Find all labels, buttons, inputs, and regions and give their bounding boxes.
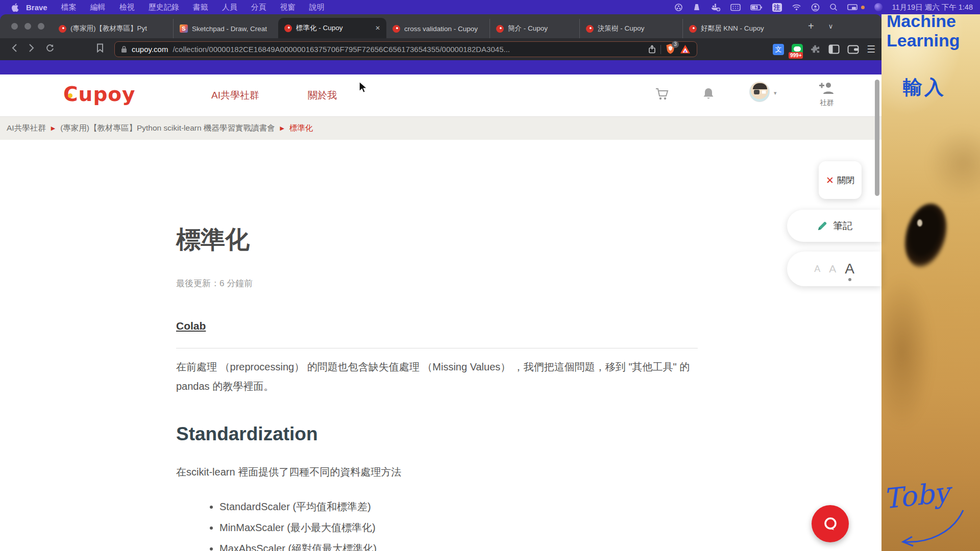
display-mirroring-icon[interactable]	[847, 4, 857, 11]
tab-standardization-active[interactable]: 標準化 - Cupoy ✕	[278, 18, 386, 38]
reload-button[interactable]	[40, 43, 60, 55]
article-title: 標準化	[176, 223, 250, 256]
tab-decision-tree[interactable]: 決策樹 - Cupoy	[579, 19, 682, 38]
intro-paragraph: 在前處理 （preprocessing） 的問題也包含缺失值處理 （Missin…	[176, 357, 692, 396]
cart-icon[interactable]	[655, 87, 670, 103]
tab-sketchpad[interactable]: S Sketchpad - Draw, Creat	[173, 19, 278, 38]
address-bar[interactable]: cupoy.com/collection/00000182CE16849A000…	[114, 41, 697, 57]
menu-window[interactable]: 視窗	[280, 3, 296, 12]
forward-button[interactable]	[23, 43, 40, 55]
last-updated: 最後更新：6 分鐘前	[176, 278, 253, 289]
extension-cluster: 文 999+ ☰	[773, 43, 875, 55]
tab-knn[interactable]: 好鄰居 KNN - Cupoy	[682, 19, 801, 38]
tab-intro[interactable]: 簡介 - Cupoy	[489, 19, 579, 38]
svg-text:!: !	[718, 8, 718, 11]
extensions-puzzle-icon[interactable]	[811, 44, 821, 55]
input-method-icon[interactable]: 注	[772, 3, 782, 12]
line-extension-icon[interactable]: 999+	[792, 44, 803, 55]
font-medium-button[interactable]: A	[829, 263, 836, 275]
annotation-learning: Learning	[887, 31, 960, 51]
tab-title: Sketchpad - Draw, Creat	[192, 25, 272, 33]
cupoy-favicon	[586, 25, 594, 33]
help-chat-button[interactable]	[812, 505, 849, 542]
tab-title: cross validation - Cupoy	[404, 25, 483, 33]
notification-bell-icon[interactable]	[702, 87, 715, 103]
menu-tabs[interactable]: 分頁	[251, 3, 266, 12]
share-icon[interactable]	[648, 45, 656, 54]
main-menu-icon[interactable]: ☰	[867, 43, 875, 55]
minimize-window-button[interactable]	[24, 23, 31, 30]
cupoy-favicon	[59, 25, 66, 33]
avatar[interactable]	[749, 82, 770, 102]
back-button[interactable]	[6, 43, 23, 55]
list-item: StandardScaler (平均值和標準差)	[219, 500, 377, 514]
menu-bookmarks[interactable]: 書籤	[193, 3, 208, 12]
chat-bubble-icon	[821, 515, 840, 533]
zoom-window-button[interactable]	[38, 23, 44, 30]
nav-about-me[interactable]: 關於我	[308, 89, 337, 102]
lock-icon	[121, 45, 127, 53]
menu-view[interactable]: 檢視	[119, 3, 135, 12]
fur-shading	[927, 128, 980, 199]
font-large-button[interactable]: A	[845, 261, 854, 277]
colab-link[interactable]: Colab	[176, 320, 206, 332]
menu-file[interactable]: 檔案	[61, 3, 77, 12]
sidebar-toggle-icon[interactable]	[828, 44, 840, 54]
tab-cross-validation[interactable]: cross validation - Cupoy	[386, 19, 489, 38]
hand-drawn-arrow	[881, 505, 973, 551]
menu-help[interactable]: 說明	[309, 3, 325, 12]
dog-eye	[899, 199, 953, 272]
tab-search-chevron[interactable]: ∨	[821, 14, 841, 38]
close-window-button[interactable]	[11, 23, 18, 30]
browser-toolbar: cupoy.com/collection/00000182CE16849A000…	[0, 38, 881, 60]
menu-edit[interactable]: 編輯	[90, 3, 106, 12]
battery-icon[interactable]	[750, 4, 763, 11]
breadcrumb-community[interactable]: AI共學社群	[7, 123, 46, 134]
url-path: /collection/00000182CE16849A000000163757…	[173, 45, 644, 54]
user-account-icon[interactable]	[811, 3, 820, 12]
translate-extension-icon[interactable]: 文	[773, 44, 784, 55]
community-button[interactable]: 社群	[813, 82, 841, 108]
keyboard-icon[interactable]	[730, 4, 741, 11]
add-person-icon	[818, 82, 836, 95]
siri-icon[interactable]	[874, 3, 883, 11]
avatar-caret-icon[interactable]: ▾	[774, 90, 777, 96]
section-heading-standardization: Standardization	[176, 423, 318, 445]
community-label: 社群	[813, 98, 841, 108]
breadcrumb-course[interactable]: (專家用)【教材專區】Python scikit-learn 機器學習實戰讀書會	[60, 123, 275, 134]
obs-icon[interactable]	[674, 3, 683, 12]
close-label: 關閉	[837, 174, 854, 186]
tab-title: 標準化 - Cupoy	[296, 23, 369, 33]
menu-brave[interactable]: Brave	[26, 3, 47, 12]
nav-ai-community[interactable]: AI共學社群	[211, 89, 259, 102]
annotation-input: 輸入	[903, 74, 946, 101]
tab-cupoy-course[interactable]: (專家用)【教材專區】Pyt	[53, 19, 173, 38]
fur-shadow	[881, 276, 933, 429]
dog-eye-glint	[917, 219, 922, 227]
vlc-icon[interactable]	[693, 3, 701, 11]
shield-count-badge: 3	[672, 41, 679, 48]
docker-icon[interactable]: !	[710, 3, 721, 11]
divider	[176, 348, 698, 348]
page-scrollbar[interactable]	[875, 80, 879, 196]
new-tab-button[interactable]: +	[801, 14, 821, 38]
font-small-button[interactable]: A	[814, 264, 820, 274]
wallet-icon[interactable]	[847, 45, 859, 54]
cupoy-favicon	[393, 25, 400, 33]
close-panel-button[interactable]: ✕ 關閉	[819, 161, 862, 199]
bookmark-icon[interactable]	[91, 43, 109, 55]
cupoy-logo[interactable]: Cupoy	[63, 83, 136, 106]
spotlight-search-icon[interactable]	[829, 3, 838, 11]
tab-close-icon[interactable]: ✕	[375, 24, 380, 32]
menu-history[interactable]: 歷史記錄	[149, 3, 179, 12]
menu-people[interactable]: 人員	[222, 3, 237, 12]
bat-rewards-icon[interactable]	[680, 44, 691, 54]
cupoy-favicon	[496, 25, 504, 33]
brave-shield-icon[interactable]: 3	[666, 43, 675, 56]
wifi-icon[interactable]	[792, 4, 801, 11]
apple-menu-icon[interactable]	[11, 3, 19, 12]
cupoy-favicon	[689, 25, 697, 33]
tab-title: 好鄰居 KNN - Cupoy	[701, 24, 795, 33]
menubar-clock[interactable]: 11月19日 週六 下午 1:48	[892, 3, 973, 12]
note-button[interactable]: 筆記	[787, 210, 881, 242]
